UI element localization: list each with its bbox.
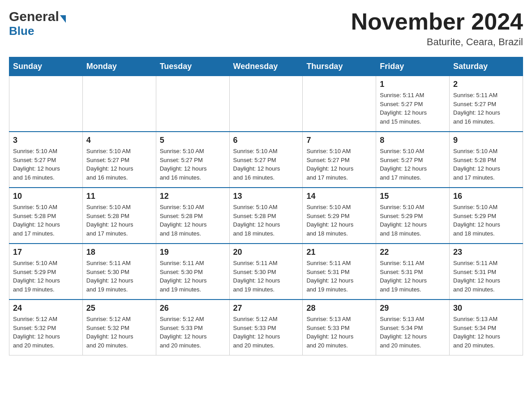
day-info: Sunrise: 5:10 AMSunset: 5:27 PMDaylight:…	[233, 147, 299, 182]
day-number: 22	[380, 248, 446, 257]
day-info: Sunrise: 5:11 AMSunset: 5:30 PMDaylight:…	[86, 259, 152, 294]
calendar-table: SundayMondayTuesdayWednesdayThursdayFrid…	[9, 57, 523, 355]
day-info: Sunrise: 5:10 AMSunset: 5:28 PMDaylight:…	[453, 147, 519, 182]
calendar-cell: 10Sunrise: 5:10 AMSunset: 5:28 PMDayligh…	[9, 188, 83, 244]
day-number: 9	[453, 136, 519, 145]
day-number: 19	[160, 248, 226, 257]
calendar-cell: 24Sunrise: 5:12 AMSunset: 5:32 PMDayligh…	[9, 300, 83, 355]
day-info: Sunrise: 5:12 AMSunset: 5:32 PMDaylight:…	[86, 315, 152, 350]
day-number: 17	[13, 248, 79, 257]
calendar-cell: 16Sunrise: 5:10 AMSunset: 5:29 PMDayligh…	[450, 188, 523, 244]
calendar-cell	[303, 76, 376, 132]
day-info: Sunrise: 5:12 AMSunset: 5:33 PMDaylight:…	[160, 315, 226, 350]
day-number: 18	[86, 248, 152, 257]
calendar-cell	[82, 76, 156, 132]
logo-blue-text: Blue	[9, 24, 34, 38]
calendar-cell: 28Sunrise: 5:13 AMSunset: 5:33 PMDayligh…	[303, 300, 376, 355]
calendar-week-1: 1Sunrise: 5:11 AMSunset: 5:27 PMDaylight…	[9, 76, 523, 132]
calendar-cell: 30Sunrise: 5:13 AMSunset: 5:34 PMDayligh…	[450, 300, 523, 355]
day-of-week-tuesday: Tuesday	[156, 57, 229, 76]
day-number: 8	[380, 136, 446, 145]
day-info: Sunrise: 5:10 AMSunset: 5:29 PMDaylight:…	[453, 203, 519, 238]
calendar-cell: 18Sunrise: 5:11 AMSunset: 5:30 PMDayligh…	[82, 244, 156, 300]
calendar-cell: 11Sunrise: 5:10 AMSunset: 5:28 PMDayligh…	[82, 188, 156, 244]
day-info: Sunrise: 5:12 AMSunset: 5:33 PMDaylight:…	[233, 315, 299, 350]
day-info: Sunrise: 5:10 AMSunset: 5:28 PMDaylight:…	[13, 203, 79, 238]
day-of-week-sunday: Sunday	[9, 57, 83, 76]
calendar-cell: 27Sunrise: 5:12 AMSunset: 5:33 PMDayligh…	[229, 300, 303, 355]
calendar-cell: 25Sunrise: 5:12 AMSunset: 5:32 PMDayligh…	[82, 300, 156, 355]
day-info: Sunrise: 5:10 AMSunset: 5:27 PMDaylight:…	[306, 147, 372, 182]
day-number: 4	[86, 136, 152, 145]
calendar-cell: 2Sunrise: 5:11 AMSunset: 5:27 PMDaylight…	[450, 76, 523, 132]
calendar-cell: 29Sunrise: 5:13 AMSunset: 5:34 PMDayligh…	[376, 300, 450, 355]
day-number: 20	[233, 248, 299, 257]
calendar-cell: 17Sunrise: 5:10 AMSunset: 5:29 PMDayligh…	[9, 244, 83, 300]
day-number: 24	[13, 304, 79, 313]
day-number: 30	[453, 304, 519, 313]
day-info: Sunrise: 5:13 AMSunset: 5:33 PMDaylight:…	[306, 315, 372, 350]
calendar-cell: 19Sunrise: 5:11 AMSunset: 5:30 PMDayligh…	[156, 244, 229, 300]
day-info: Sunrise: 5:10 AMSunset: 5:29 PMDaylight:…	[380, 203, 446, 238]
day-number: 1	[380, 80, 446, 89]
day-info: Sunrise: 5:10 AMSunset: 5:28 PMDaylight:…	[86, 203, 152, 238]
day-number: 6	[233, 136, 299, 145]
calendar-cell	[9, 76, 83, 132]
day-info: Sunrise: 5:10 AMSunset: 5:27 PMDaylight:…	[86, 147, 152, 182]
calendar-cell: 14Sunrise: 5:10 AMSunset: 5:29 PMDayligh…	[303, 188, 376, 244]
calendar-cell: 26Sunrise: 5:12 AMSunset: 5:33 PMDayligh…	[156, 300, 229, 355]
day-info: Sunrise: 5:10 AMSunset: 5:27 PMDaylight:…	[380, 147, 446, 182]
calendar-cell: 4Sunrise: 5:10 AMSunset: 5:27 PMDaylight…	[82, 132, 156, 188]
calendar-cell: 22Sunrise: 5:11 AMSunset: 5:31 PMDayligh…	[376, 244, 450, 300]
calendar-week-3: 10Sunrise: 5:10 AMSunset: 5:28 PMDayligh…	[9, 188, 523, 244]
calendar-cell: 1Sunrise: 5:11 AMSunset: 5:27 PMDaylight…	[376, 76, 450, 132]
calendar-week-5: 24Sunrise: 5:12 AMSunset: 5:32 PMDayligh…	[9, 300, 523, 355]
day-number: 10	[13, 192, 79, 201]
calendar-header-row: SundayMondayTuesdayWednesdayThursdayFrid…	[9, 57, 523, 76]
day-info: Sunrise: 5:11 AMSunset: 5:30 PMDaylight:…	[160, 259, 226, 294]
calendar-cell: 8Sunrise: 5:10 AMSunset: 5:27 PMDaylight…	[376, 132, 450, 188]
calendar-cell: 23Sunrise: 5:11 AMSunset: 5:31 PMDayligh…	[450, 244, 523, 300]
day-info: Sunrise: 5:10 AMSunset: 5:27 PMDaylight:…	[13, 147, 79, 182]
day-info: Sunrise: 5:11 AMSunset: 5:31 PMDaylight:…	[380, 259, 446, 294]
title-block: November 2024 Baturite, Ceara, Brazil	[351, 9, 523, 48]
day-info: Sunrise: 5:10 AMSunset: 5:28 PMDaylight:…	[233, 203, 299, 238]
day-number: 5	[160, 136, 226, 145]
day-number: 11	[86, 192, 152, 201]
calendar-cell	[156, 76, 229, 132]
calendar-cell: 15Sunrise: 5:10 AMSunset: 5:29 PMDayligh…	[376, 188, 450, 244]
day-of-week-thursday: Thursday	[303, 57, 376, 76]
day-info: Sunrise: 5:11 AMSunset: 5:31 PMDaylight:…	[306, 259, 372, 294]
month-title: November 2024	[351, 9, 523, 34]
day-number: 3	[13, 136, 79, 145]
day-of-week-friday: Friday	[376, 57, 450, 76]
calendar-cell: 12Sunrise: 5:10 AMSunset: 5:28 PMDayligh…	[156, 188, 229, 244]
location-subtitle: Baturite, Ceara, Brazil	[351, 36, 523, 48]
day-info: Sunrise: 5:13 AMSunset: 5:34 PMDaylight:…	[453, 315, 519, 350]
day-of-week-saturday: Saturday	[450, 57, 523, 76]
day-number: 12	[160, 192, 226, 201]
calendar-cell: 9Sunrise: 5:10 AMSunset: 5:28 PMDaylight…	[450, 132, 523, 188]
day-number: 27	[233, 304, 299, 313]
day-info: Sunrise: 5:10 AMSunset: 5:29 PMDaylight:…	[13, 259, 79, 294]
logo-general-text: General	[9, 9, 59, 24]
calendar-cell: 6Sunrise: 5:10 AMSunset: 5:27 PMDaylight…	[229, 132, 303, 188]
day-info: Sunrise: 5:11 AMSunset: 5:31 PMDaylight:…	[453, 259, 519, 294]
calendar-cell: 3Sunrise: 5:10 AMSunset: 5:27 PMDaylight…	[9, 132, 83, 188]
day-number: 13	[233, 192, 299, 201]
day-info: Sunrise: 5:11 AMSunset: 5:27 PMDaylight:…	[380, 91, 446, 126]
day-number: 26	[160, 304, 226, 313]
calendar-cell: 20Sunrise: 5:11 AMSunset: 5:30 PMDayligh…	[229, 244, 303, 300]
day-info: Sunrise: 5:11 AMSunset: 5:30 PMDaylight:…	[233, 259, 299, 294]
day-info: Sunrise: 5:10 AMSunset: 5:29 PMDaylight:…	[306, 203, 372, 238]
day-of-week-monday: Monday	[82, 57, 156, 76]
day-number: 15	[380, 192, 446, 201]
calendar-week-4: 17Sunrise: 5:10 AMSunset: 5:29 PMDayligh…	[9, 244, 523, 300]
day-info: Sunrise: 5:10 AMSunset: 5:28 PMDaylight:…	[160, 203, 226, 238]
day-number: 23	[453, 248, 519, 257]
day-number: 7	[306, 136, 372, 145]
calendar-cell: 13Sunrise: 5:10 AMSunset: 5:28 PMDayligh…	[229, 188, 303, 244]
day-info: Sunrise: 5:12 AMSunset: 5:32 PMDaylight:…	[13, 315, 79, 350]
calendar-cell: 7Sunrise: 5:10 AMSunset: 5:27 PMDaylight…	[303, 132, 376, 188]
day-number: 21	[306, 248, 372, 257]
